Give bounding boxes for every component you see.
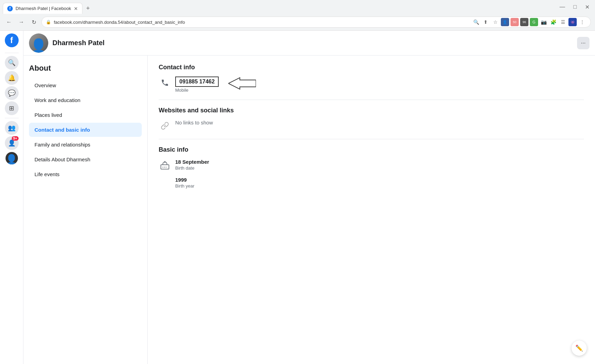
link-icon — [159, 120, 171, 132]
back-button[interactable]: ← — [4, 17, 14, 27]
bookmark-icon[interactable]: ☆ — [491, 18, 499, 26]
sidebar-item-details[interactable]: Details About Dharmesh — [29, 152, 142, 166]
sidebar-item-places[interactable]: Places lived — [29, 108, 142, 122]
phone-label: Mobile — [175, 88, 219, 93]
apps-sidebar-button[interactable]: ⊞ — [5, 101, 19, 115]
ext-icon-5[interactable]: 👾 — [568, 18, 577, 26]
birth-date-row: 18 September Birth date — [159, 159, 584, 171]
window-minimize-button[interactable]: — — [559, 4, 565, 10]
social-links-title: Websites and social links — [159, 107, 584, 114]
phone-icon — [159, 77, 171, 89]
page-wrapper: f 🔍 🔔 💬 ⊞ 👥 👤 9+ 👤 — [0, 31, 595, 364]
facebook-f-logo: f — [10, 36, 13, 45]
more-options-icon[interactable]: ⋮ — [578, 18, 586, 26]
birth-year-label: Birth year — [175, 183, 195, 189]
left-sidebar: f 🔍 🔔 💬 ⊞ 👥 👤 9+ 👤 — [0, 31, 23, 364]
window-controls: — □ ✕ — [559, 4, 595, 13]
content-body: About Overview Work and education Places… — [23, 55, 595, 364]
profile-content: Contact info 091885 17462 Mobile — [148, 55, 595, 364]
no-links-text: No links to show — [175, 120, 213, 125]
about-sidebar: About Overview Work and education Places… — [23, 55, 148, 364]
ext-icon-2[interactable]: 50 — [510, 18, 519, 26]
tab-favicon: f — [7, 6, 13, 11]
divider-2 — [159, 139, 584, 139]
facebook-logo[interactable]: f — [5, 33, 19, 47]
sidebar-item-overview[interactable]: Overview — [29, 78, 142, 92]
main-content: 👤 Dharmesh Patel ··· About Overview Work… — [23, 31, 595, 364]
sidebar-item-family[interactable]: Family and relationships — [29, 138, 142, 152]
more-dots-icon: ··· — [581, 40, 585, 46]
profile-header: 👤 Dharmesh Patel ··· — [23, 31, 595, 55]
ext-icon-4[interactable]: G — [530, 18, 538, 26]
new-tab-button[interactable]: + — [82, 3, 93, 14]
people-sidebar-button[interactable]: 👥 — [5, 121, 19, 135]
svg-point-3 — [165, 161, 165, 162]
puzzle-icon[interactable]: 🧩 — [549, 18, 557, 26]
facebook-f-icon: f — [9, 7, 10, 10]
sidebar-divider-2 — [5, 118, 19, 118]
phone-number: 091885 17462 — [175, 77, 219, 87]
browser-extension-icons: 🔍 ⬆ ☆ 👤 50 96 G 📷 🧩 ☰ 👾 ⋮ — [472, 18, 586, 26]
active-tab[interactable]: f Dharmesh Patel | Facebook ✕ — [3, 3, 82, 14]
share-icon[interactable]: ⬆ — [482, 18, 490, 26]
messenger-sidebar-button[interactable]: 💬 — [5, 86, 19, 100]
sidebar-item-life-events[interactable]: Life events — [29, 167, 142, 181]
edit-float-button[interactable]: ✏️ — [572, 341, 587, 356]
menu-icon[interactable]: ☰ — [559, 18, 567, 26]
browser-chrome: f Dharmesh Patel | Facebook ✕ + — □ ✕ ← … — [0, 0, 595, 31]
contact-info-title: Contact info — [159, 64, 584, 71]
sidebar-item-contact[interactable]: Contact and basic info — [29, 123, 142, 137]
about-title: About — [29, 64, 142, 73]
address-bar[interactable]: 🔒 facebook.com/dharmesh.donda.54/about_c… — [41, 17, 591, 28]
profile-avatar: 👤 — [29, 33, 48, 53]
profile-sidebar-button[interactable]: 👤 — [5, 151, 19, 165]
basic-info-title: Basic info — [159, 146, 584, 153]
notification-badge: 9+ — [12, 136, 18, 141]
search-address-icon[interactable]: 🔍 — [472, 18, 480, 26]
notifications-sidebar-button[interactable]: 👤 9+ — [5, 136, 19, 150]
ext-icon-3[interactable]: 96 — [520, 18, 528, 26]
birthday-cake-icon — [159, 159, 171, 171]
window-maximize-button[interactable]: □ — [573, 4, 577, 10]
profile-name: Dharmesh Patel — [52, 39, 577, 47]
birth-year-row: 1999 Birth year — [175, 177, 584, 189]
sidebar-divider-1 — [5, 53, 19, 53]
window-close-button[interactable]: ✕ — [585, 4, 589, 10]
phone-row: 091885 17462 Mobile — [159, 77, 584, 93]
apps-grid-icon: ⊞ — [9, 104, 14, 112]
no-links-text-container: No links to show — [175, 120, 213, 125]
edit-icon: ✏️ — [575, 344, 583, 352]
address-bar-row: ← → ↻ 🔒 facebook.com/dharmesh.donda.54/a… — [0, 14, 595, 30]
svg-marker-0 — [228, 78, 256, 89]
forward-button[interactable]: → — [17, 17, 26, 27]
messenger-sidebar-icon: 💬 — [8, 89, 16, 97]
search-sidebar-button[interactable]: 🔍 — [5, 56, 19, 70]
lock-icon: 🔒 — [46, 20, 51, 24]
phone-info-text: 091885 17462 Mobile — [175, 77, 219, 93]
people-sidebar-icon: 👥 — [8, 124, 16, 132]
divider-1 — [159, 100, 584, 100]
birth-year-value: 1999 — [175, 177, 195, 183]
no-links-row: No links to show — [159, 120, 584, 132]
bell-sidebar-button[interactable]: 🔔 — [5, 71, 19, 85]
birth-date-info: 18 September Birth date — [175, 159, 209, 171]
camera-icon[interactable]: 📷 — [539, 18, 548, 26]
url-text: facebook.com/dharmesh.donda.54/about_con… — [54, 20, 469, 25]
birth-date-label: Birth date — [175, 165, 209, 171]
tab-bar: f Dharmesh Patel | Facebook ✕ + — □ ✕ — [0, 0, 595, 14]
search-sidebar-icon: 🔍 — [8, 59, 16, 67]
birth-year-info: 1999 Birth year — [175, 177, 195, 189]
bell-sidebar-icon: 🔔 — [8, 74, 16, 82]
sidebar-item-work[interactable]: Work and education — [29, 93, 142, 107]
tab-title: Dharmesh Patel | Facebook — [16, 6, 71, 11]
tab-close-button[interactable]: ✕ — [74, 6, 78, 11]
arrow-indicator — [228, 77, 256, 90]
more-options-button[interactable]: ··· — [577, 37, 589, 49]
birth-date-value: 18 September — [175, 159, 209, 165]
ext-icon-1[interactable]: 👤 — [501, 18, 509, 26]
reload-button[interactable]: ↻ — [29, 17, 39, 27]
